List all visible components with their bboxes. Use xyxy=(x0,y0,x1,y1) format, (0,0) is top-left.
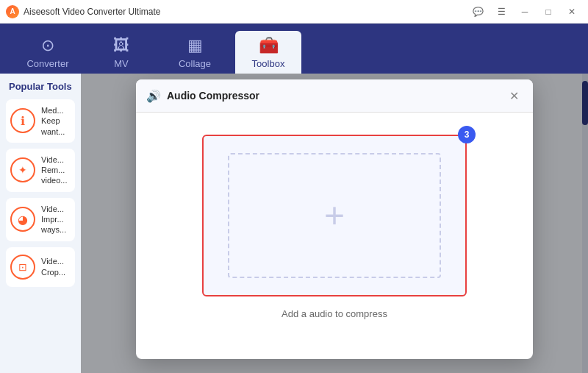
sidebar-item-video-enhance[interactable]: ✦ Vide...Rem...video... xyxy=(6,149,75,192)
title-bar-left: A Aiseesoft Video Converter Ultimate xyxy=(6,5,161,18)
tab-mv[interactable]: 🖼 MV xyxy=(88,31,154,74)
toolbox-icon: 🧰 xyxy=(259,36,279,55)
toolbox-area: 🔊 Audio Compressor ✕ 3 + Add a a xyxy=(81,74,588,373)
file-count-badge: 3 xyxy=(458,126,476,143)
modal-dialog: 🔊 Audio Compressor ✕ 3 + Add a a xyxy=(136,79,533,359)
video-crop-icon: ⊡ xyxy=(10,255,35,280)
app-title: Aiseesoft Video Converter Ultimate xyxy=(24,7,161,17)
menu-button[interactable]: ☰ xyxy=(491,4,512,19)
drop-zone[interactable]: + xyxy=(202,135,467,296)
tab-collage-label: Collage xyxy=(179,58,211,69)
drop-zone-label: Add a audio to compress xyxy=(282,308,387,319)
close-button[interactable]: ✕ xyxy=(562,4,582,19)
video-color-icon: ◕ xyxy=(10,207,35,232)
sidebar-title: Popular Tools xyxy=(6,81,75,92)
tab-toolbox-label: Toolbox xyxy=(252,58,285,69)
tab-mv-label: MV xyxy=(114,58,129,69)
title-bar-controls: 💬 ☰ ─ □ ✕ xyxy=(467,4,582,19)
tab-collage[interactable]: ▦ Collage xyxy=(162,31,228,74)
minimize-button[interactable]: ─ xyxy=(514,4,535,19)
drop-zone-inner: + xyxy=(228,153,441,278)
modal-header-left: 🔊 Audio Compressor xyxy=(146,89,259,103)
sidebar-item-video-crop[interactable]: ⊡ Vide...Crop... xyxy=(6,247,75,287)
chat-button[interactable]: 💬 xyxy=(467,4,488,19)
modal-header: 🔊 Audio Compressor ✕ xyxy=(136,79,533,113)
media-meta-label: Med...Keepwant... xyxy=(41,105,65,137)
converter-icon: ⊙ xyxy=(41,36,54,55)
video-color-label: Vide...Impr...ways... xyxy=(41,204,66,235)
media-meta-icon: ℹ xyxy=(10,108,35,133)
modal-body: 3 + Add a audio to compress xyxy=(136,113,533,341)
audio-compressor-icon: 🔊 xyxy=(146,89,161,103)
main-content: Popular Tools ℹ Med...Keepwant... ✦ Vide… xyxy=(0,74,588,373)
mv-icon: 🖼 xyxy=(113,36,129,55)
modal-title: Audio Compressor xyxy=(167,90,259,102)
maximize-button[interactable]: □ xyxy=(538,4,559,19)
add-file-icon: + xyxy=(324,198,345,233)
title-bar: A Aiseesoft Video Converter Ultimate 💬 ☰… xyxy=(0,0,588,24)
tab-toolbox[interactable]: 🧰 Toolbox xyxy=(235,31,301,74)
sidebar: Popular Tools ℹ Med...Keepwant... ✦ Vide… xyxy=(0,74,81,373)
sidebar-item-video-color[interactable]: ◕ Vide...Impr...ways... xyxy=(6,198,75,241)
video-enhance-icon: ✦ xyxy=(10,157,35,182)
tab-converter-label: Converter xyxy=(26,58,68,69)
video-crop-label: Vide...Crop... xyxy=(41,256,65,277)
modal-overlay: 🔊 Audio Compressor ✕ 3 + Add a a xyxy=(81,74,588,373)
app-logo: A xyxy=(6,5,19,18)
drop-zone-container: 3 + xyxy=(202,135,467,296)
sidebar-item-media-meta[interactable]: ℹ Med...Keepwant... xyxy=(6,99,75,143)
top-nav: ⊙ Converter 🖼 MV ▦ Collage 🧰 Toolbox xyxy=(0,24,588,74)
collage-icon: ▦ xyxy=(187,36,203,55)
modal-close-button[interactable]: ✕ xyxy=(505,87,523,104)
tab-converter[interactable]: ⊙ Converter xyxy=(15,31,81,74)
video-enhance-label: Vide...Rem...video... xyxy=(41,154,67,186)
